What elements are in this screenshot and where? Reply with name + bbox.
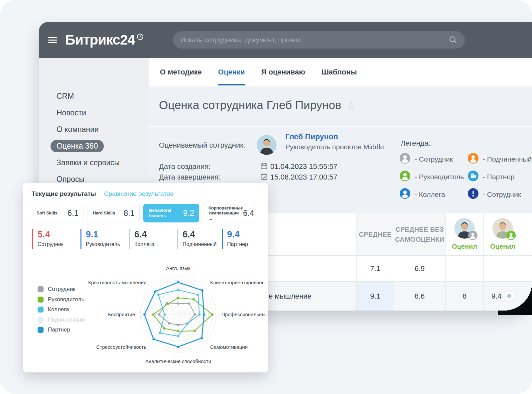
legend-item: - Сотрудник (468, 186, 532, 203)
row-value-cell (446, 256, 484, 282)
tab-я-оцениваю[interactable]: Я оцениваю (261, 58, 305, 86)
avatar-photo (257, 135, 277, 155)
cell-value: 8.6 (415, 292, 425, 301)
employee-role: Руководитель проектов Middle (285, 143, 384, 151)
score-card-label: Behavioral features (149, 208, 181, 218)
legend-item: - Подчиненный (468, 150, 532, 168)
table-header-extra (522, 213, 532, 256)
table-header-rater-2: Оценил (484, 213, 522, 256)
legend-item: - Сотрудник (400, 150, 468, 168)
svg-text:Креативность мышления: Креативность мышления (88, 280, 146, 285)
person-icon (506, 231, 516, 240)
tab-оценки[interactable]: Оценки (218, 58, 245, 86)
tab-о-методике[interactable]: О методике (160, 58, 202, 86)
rater-indicator: 6.4Подчиненный (177, 229, 222, 249)
legend-item-label: - Руководитель (415, 173, 464, 181)
svg-text:Профессиональны...: Профессиональны... (221, 312, 268, 317)
legend-swatch (38, 327, 44, 333)
legend-swatch (38, 286, 44, 292)
legend-item: - Руководитель (400, 168, 468, 186)
legend-item-label: - Подчиненный (483, 155, 532, 163)
radar-legend-item[interactable]: Руководитель (38, 295, 84, 305)
score-card-value: 9.2 (183, 208, 194, 218)
legend-swatch (38, 317, 44, 323)
page-title: Оценка сотрудника Глеб Пирунов (159, 98, 341, 112)
sidebar-item-оценка-360[interactable]: Оценка 360 (39, 138, 149, 154)
calendar-check-icon (260, 173, 268, 180)
sidebar-item-о-компании[interactable]: О компании (39, 121, 149, 138)
row-value-cell: 7.1 (357, 256, 394, 282)
app-logo: Битрикс24 (65, 33, 135, 47)
radar-legend-item[interactable]: Партнер (38, 325, 84, 335)
score-card-value: 8.1 (124, 208, 135, 218)
legend-item-label: - Сотрудник (415, 155, 453, 163)
score-card[interactable]: Корпоративные компетаенции ...6.4 (203, 204, 256, 222)
score-card[interactable]: Soft Skills6.1 (31, 204, 83, 222)
sidebar-item-новости[interactable]: Новости (39, 104, 149, 121)
row-value-cell: 8 (446, 282, 484, 311)
indicator-label: Коллега (134, 241, 177, 247)
person-icon (468, 231, 477, 240)
results-tab-compare[interactable]: Сравнение результатов (104, 190, 174, 197)
page-canvas: Битрикс24 Искать сотрудника, документ, п… (0, 0, 532, 394)
radar-legend-item[interactable]: Подчиненный (38, 315, 84, 325)
indicator-value: 6.4 (183, 229, 222, 240)
legend-person-icon (468, 153, 478, 165)
results-tabs: Текущие результатыСравнение результатов (32, 190, 173, 197)
indicator-label: Партнер (227, 241, 262, 247)
row-value-cell: 6.9 (394, 256, 446, 282)
legend-swatch (38, 307, 44, 313)
rater-indicator: 9.1Руководитель (80, 229, 129, 249)
legend-person-icon (400, 153, 410, 165)
legend-swatch (38, 297, 44, 303)
row-extra-cell (522, 256, 532, 282)
created-value: 01.04.2023 15:55:57 (270, 162, 337, 171)
legend-title: Легенда: (401, 139, 431, 148)
search-input[interactable]: Искать сотрудника, документ, прочее... (173, 31, 465, 49)
employee-name-link[interactable]: Глеб Пирунов (285, 132, 338, 141)
score-card-value: 6.4 (243, 208, 254, 218)
score-card[interactable]: Hard Skills8.1 (87, 204, 140, 222)
tab-шаблоны[interactable]: Шаблоны (322, 58, 357, 86)
clock-icon (137, 33, 144, 40)
svg-text:Англ. язык: Англ. язык (166, 265, 191, 271)
person-icon (400, 153, 410, 164)
score-card-label: Корпоративные компетаенции ... (208, 205, 240, 221)
legend-exclamation-icon (468, 188, 478, 200)
legend-label: Сотрудник (48, 286, 75, 293)
top-bar: Битрикс24 Искать сотрудника, документ, п… (39, 22, 532, 58)
employee-avatar (257, 135, 277, 155)
comment-icon[interactable] (504, 292, 514, 301)
tab-bar: О методикеОценкиЯ оцениваюШаблоны (149, 58, 532, 86)
legend-label: Коллега (48, 306, 69, 313)
row-value-cell: 8.6 (394, 282, 446, 311)
cell-value: 9.1 (370, 292, 380, 301)
rater-avatar (492, 218, 513, 239)
rater-indicator: 5.4Сотрудник (32, 229, 80, 249)
rater-avatar (454, 218, 475, 239)
legend-item: - Коллега (400, 186, 468, 203)
sidebar-item-заявки-и-сервисы[interactable]: Заявки и сервисы (39, 154, 149, 171)
score-cards: Soft Skills6.1Hard Skills8.1Behavioral f… (31, 204, 256, 222)
svg-text:Самомотивация: Самомотивация (210, 344, 248, 350)
radar-legend-item[interactable]: Коллега (38, 305, 84, 315)
favorite-star-icon[interactable]: ☆ (346, 100, 356, 111)
menu-icon[interactable] (48, 36, 57, 45)
rater-badge-icon (506, 231, 516, 240)
sidebar-item-crm[interactable]: CRM (39, 88, 149, 104)
score-card[interactable]: Behavioral features9.2 (143, 204, 199, 222)
title-row: Оценка сотрудника Глеб Пирунов ☆ (159, 98, 356, 112)
indicator-value: 5.4 (38, 229, 80, 240)
radar-legend-item[interactable]: Сотрудник (38, 284, 84, 295)
legend-person-icon (400, 171, 410, 183)
radar-legend: СотрудникРуководительКоллегаПодчиненныйП… (38, 284, 84, 335)
svg-text:Стрессоустойчивость: Стрессоустойчивость (96, 344, 146, 350)
divider (149, 126, 532, 127)
indicator-value: 6.4 (134, 229, 177, 240)
results-tab-current[interactable]: Текущие результаты (32, 190, 96, 197)
score-card-label: Hard Skills (93, 210, 115, 216)
indicator-label: Сотрудник (38, 241, 80, 247)
rater-indicator: 9.4Партнер (222, 229, 262, 249)
cell-value: 7.1 (370, 264, 380, 273)
row-value-cell (484, 256, 522, 282)
